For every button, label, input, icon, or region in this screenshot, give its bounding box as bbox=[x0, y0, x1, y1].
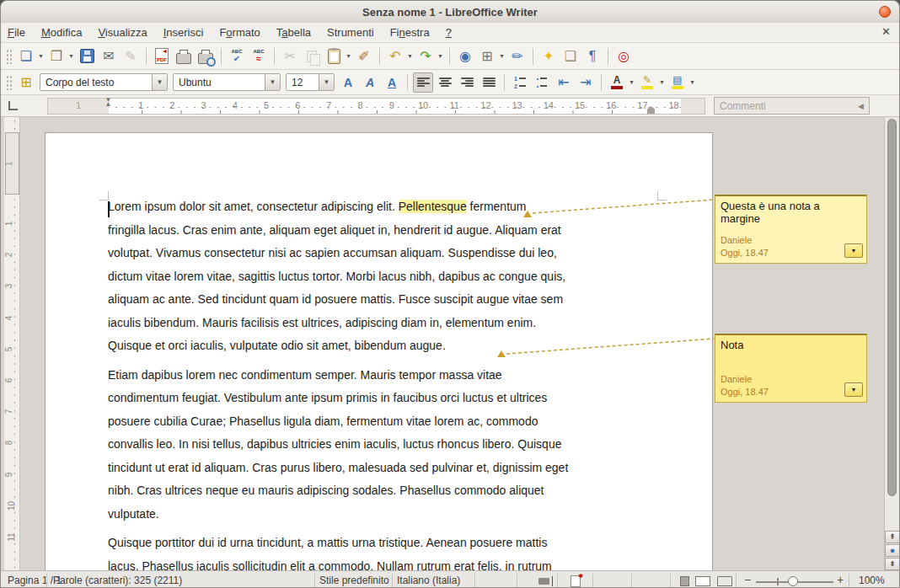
menu-file[interactable]: File bbox=[8, 26, 25, 39]
font-color-button[interactable]: A bbox=[607, 72, 627, 93]
toolbar-grip[interactable] bbox=[6, 49, 12, 64]
draw-functions-button[interactable]: ✏ bbox=[507, 46, 528, 67]
help-button[interactable]: ◎ bbox=[613, 46, 634, 67]
auto-spellcheck-button[interactable]: ABC≈ bbox=[249, 46, 269, 67]
insert-mode-icon[interactable] bbox=[538, 578, 549, 585]
indent-marker-icon[interactable]: ▼▲ bbox=[104, 98, 113, 106]
comments-header-button[interactable]: Commenti ◀ bbox=[714, 97, 870, 115]
vertical-ruler[interactable]: 11234567891011 bbox=[4, 117, 20, 570]
next-page-button[interactable]: ⇟ bbox=[885, 558, 899, 570]
italic-button[interactable]: A bbox=[360, 72, 380, 93]
single-page-view-button[interactable] bbox=[680, 576, 689, 586]
edit-mode-button[interactable]: ✎ bbox=[121, 46, 141, 67]
toolbar-grip[interactable] bbox=[6, 75, 12, 90]
copy-button[interactable] bbox=[302, 46, 322, 67]
menu-?[interactable]: ? bbox=[446, 26, 452, 39]
align-center-button[interactable] bbox=[435, 72, 455, 93]
export-pdf-button[interactable]: PDF bbox=[152, 46, 172, 67]
open-button[interactable]: ❒ bbox=[46, 46, 67, 67]
word-count-status[interactable]: Parole (caratteri): 325 (2211) bbox=[53, 575, 182, 586]
margin-note[interactable]: Questa è una nota a margineDanieleOggi, … bbox=[715, 195, 867, 264]
tab-type-selector-icon[interactable] bbox=[8, 101, 18, 110]
background-color-button[interactable]: ▤ bbox=[667, 72, 688, 93]
page-style-status[interactable]: Stile predefinito bbox=[319, 575, 389, 586]
font-size-combo-dropdown-icon[interactable]: ▼ bbox=[319, 74, 334, 90]
note-text[interactable]: Nota bbox=[721, 339, 861, 351]
menu-finestra[interactable]: Finestra bbox=[390, 26, 430, 39]
language-status[interactable]: Italiano (Italia) bbox=[397, 575, 460, 586]
paragraph-style-combo-value[interactable]: Corpo del testo bbox=[40, 77, 152, 88]
justify-button[interactable] bbox=[479, 72, 499, 93]
zoom-slider-knob[interactable] bbox=[788, 576, 798, 586]
insert-table-button[interactable]: ⊞ bbox=[477, 46, 497, 67]
insert-table-button-dropdown-icon[interactable]: ▾ bbox=[498, 52, 506, 60]
new-document-button-dropdown-icon[interactable]: ▾ bbox=[37, 52, 45, 60]
highlighted-text[interactable]: Pellentesque bbox=[399, 200, 467, 213]
previous-page-button[interactable]: ⇞ bbox=[885, 531, 899, 543]
styles-panel-button[interactable]: ⊞ bbox=[16, 72, 36, 93]
menu-formato[interactable]: Formato bbox=[219, 26, 260, 39]
note-menu-button[interactable]: ▼ bbox=[844, 382, 863, 397]
print-button[interactable] bbox=[174, 46, 194, 67]
bold-button[interactable]: A bbox=[338, 72, 358, 93]
menu-visualizza[interactable]: Visualizza bbox=[98, 26, 147, 39]
document-modified-icon[interactable] bbox=[571, 575, 581, 587]
bullet-list-button[interactable]: •• bbox=[532, 72, 552, 93]
window-close-icon[interactable] bbox=[879, 6, 891, 18]
margin-note[interactable]: NotaDanieleOggi, 18.47▼ bbox=[715, 334, 867, 403]
document-close-icon[interactable]: ✕ bbox=[881, 25, 891, 38]
open-button-dropdown-icon[interactable]: ▾ bbox=[67, 52, 75, 60]
spelling-button[interactable]: ABC✔ bbox=[227, 46, 247, 67]
document-text[interactable]: Lorem ipsum dolor sit amet, consectetur … bbox=[108, 200, 657, 570]
note-menu-button[interactable]: ▼ bbox=[844, 243, 863, 258]
increase-indent-button[interactable]: ⇥ bbox=[576, 72, 596, 93]
align-right-button[interactable] bbox=[457, 72, 477, 93]
new-document-button[interactable]: ❏ bbox=[16, 46, 36, 67]
menu-strumenti[interactable]: Strumenti bbox=[327, 26, 374, 39]
note-text[interactable]: Questa è una nota a margine bbox=[721, 200, 861, 225]
title-bar[interactable]: Senza nome 1 - LibreOffice Writer bbox=[1, 1, 899, 24]
paste-button-dropdown-icon[interactable]: ▾ bbox=[345, 52, 352, 60]
menu-inserisci[interactable]: Inserisci bbox=[163, 26, 204, 39]
redo-button[interactable]: ↷ bbox=[415, 46, 436, 67]
save-button[interactable] bbox=[77, 46, 97, 67]
numbered-list-button[interactable]: 12 bbox=[510, 72, 530, 93]
gallery-button[interactable]: ❑ bbox=[560, 46, 581, 67]
navigate-by-button[interactable]: ● bbox=[885, 544, 899, 557]
hyperlink-button[interactable]: ◉ bbox=[455, 46, 475, 67]
book-view-button[interactable] bbox=[717, 576, 732, 586]
paragraph-style-combo[interactable]: Corpo del testo▼ bbox=[40, 73, 168, 91]
redo-button-dropdown-icon[interactable]: ▾ bbox=[437, 52, 444, 60]
undo-button-dropdown-icon[interactable]: ▾ bbox=[406, 52, 414, 60]
decrease-indent-button[interactable]: ⇤ bbox=[554, 72, 574, 93]
undo-button[interactable]: ↶ bbox=[385, 46, 405, 67]
highlighting-button-dropdown-icon[interactable]: ▾ bbox=[658, 78, 666, 86]
scrollbar-thumb[interactable] bbox=[887, 119, 897, 496]
align-left-button[interactable] bbox=[413, 72, 433, 93]
horizontal-ruler[interactable]: ▼▲ 1123456789101112131415161718 bbox=[47, 98, 705, 115]
paragraph-style-combo-dropdown-icon[interactable]: ▼ bbox=[152, 74, 167, 90]
font-name-combo-value[interactable]: Ubuntu bbox=[174, 77, 265, 88]
font-color-button-dropdown-icon[interactable]: ▾ bbox=[628, 78, 635, 86]
underline-button[interactable]: A bbox=[382, 72, 402, 93]
menu-tabella[interactable]: Tabella bbox=[276, 26, 311, 39]
document-page[interactable]: Lorem ipsum dolor sit amet, consectetur … bbox=[45, 132, 713, 570]
paste-button[interactable] bbox=[324, 46, 344, 67]
formatting-marks-button[interactable]: ¶ bbox=[582, 46, 603, 67]
zoom-level[interactable]: 100% bbox=[859, 575, 885, 586]
zoom-out-icon[interactable]: − bbox=[744, 573, 751, 586]
email-button[interactable]: ✉ bbox=[99, 46, 119, 67]
paragraph[interactable]: Lorem ipsum dolor sit amet, consectetur … bbox=[108, 200, 657, 362]
clone-formatting-button[interactable]: ✐ bbox=[354, 46, 374, 67]
highlighting-button[interactable]: ✎ bbox=[637, 72, 657, 93]
navigator-button[interactable]: ✦ bbox=[538, 46, 559, 67]
font-name-combo[interactable]: Ubuntu▼ bbox=[173, 73, 281, 91]
multi-page-view-button[interactable] bbox=[695, 576, 710, 586]
font-name-combo-dropdown-icon[interactable]: ▼ bbox=[265, 74, 280, 90]
zoom-in-icon[interactable]: + bbox=[837, 573, 844, 586]
background-color-button-dropdown-icon[interactable]: ▾ bbox=[688, 78, 696, 86]
menu-modifica[interactable]: Modifica bbox=[41, 26, 82, 39]
cut-button[interactable]: ✂ bbox=[280, 46, 300, 67]
font-size-combo[interactable]: 12▼ bbox=[286, 73, 335, 91]
font-size-combo-value[interactable]: 12 bbox=[287, 77, 319, 88]
